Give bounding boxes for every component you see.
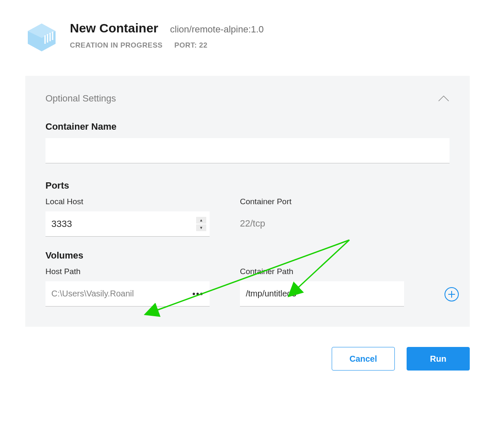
port-step-up-icon[interactable]: ▲ xyxy=(196,217,206,224)
optional-settings-panel: Optional Settings Container Name Ports L… xyxy=(25,76,470,327)
port-status: PORT: 22 xyxy=(174,41,208,50)
host-path-input[interactable] xyxy=(45,281,210,307)
local-host-port-input[interactable] xyxy=(45,211,210,237)
local-host-label: Local Host xyxy=(45,197,210,206)
host-path-label: Host Path xyxy=(45,267,210,276)
dialog-title: New Container xyxy=(70,21,158,35)
container-cube-icon xyxy=(25,21,58,56)
creation-status: CREATION IN PROGRESS xyxy=(70,41,162,50)
header-text: New Container clion/remote-alpine:1.0 CR… xyxy=(70,21,470,50)
add-volume-button[interactable] xyxy=(444,287,459,301)
optional-settings-title: Optional Settings xyxy=(45,93,116,104)
cancel-button[interactable]: Cancel xyxy=(332,347,395,371)
port-step-down-icon[interactable]: ▼ xyxy=(196,224,206,231)
browse-host-path-button[interactable]: ••• xyxy=(192,289,204,299)
container-path-label: Container Path xyxy=(240,267,404,276)
dialog-header: New Container clion/remote-alpine:1.0 CR… xyxy=(25,21,470,56)
collapse-chevron-icon[interactable] xyxy=(438,93,450,104)
volumes-label: Volumes xyxy=(45,250,450,261)
container-name-input[interactable] xyxy=(45,138,450,163)
container-name-label: Container Name xyxy=(45,121,450,132)
image-tag: clion/remote-alpine:1.0 xyxy=(170,24,264,35)
container-port-value: 22/tcp xyxy=(240,211,450,236)
container-path-input[interactable] xyxy=(240,281,404,307)
run-button[interactable]: Run xyxy=(407,347,470,371)
dialog-footer: Cancel Run xyxy=(25,347,470,371)
plus-icon xyxy=(448,291,455,298)
container-port-label: Container Port xyxy=(240,197,450,206)
ports-label: Ports xyxy=(45,180,450,191)
